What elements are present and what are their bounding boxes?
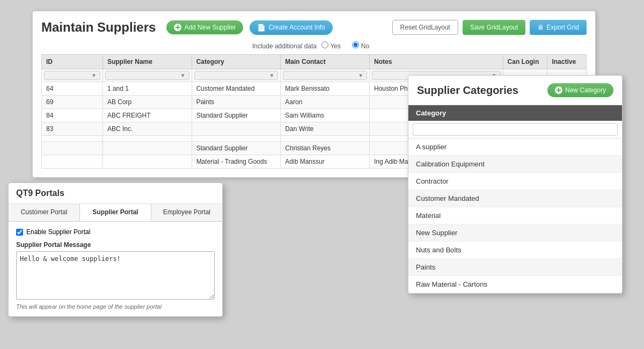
col-header-id: ID bbox=[42, 55, 103, 69]
cell-id: 84 bbox=[42, 109, 103, 122]
radio-yes[interactable] bbox=[321, 41, 328, 48]
portals-title: QT9 Portals bbox=[9, 183, 222, 204]
category-col-header: Category bbox=[408, 105, 622, 121]
cell-id: 83 bbox=[42, 122, 103, 136]
category-item[interactable]: Material bbox=[408, 207, 622, 224]
category-item[interactable]: Calibration Equipment bbox=[408, 156, 622, 173]
tab-employee-portal[interactable]: Employee Portal bbox=[151, 204, 222, 221]
portals-body: Enable Supplier Portal Supplier Portal M… bbox=[9, 222, 222, 316]
cell-category: Customer Mandated bbox=[192, 82, 281, 96]
cell-name bbox=[103, 136, 192, 142]
enable-supplier-label: Enable Supplier Portal bbox=[26, 228, 90, 236]
tab-customer-portal[interactable]: Customer Portal bbox=[9, 204, 80, 221]
cell-category: Standard Supplier bbox=[192, 109, 281, 122]
cell-contact: Aaron bbox=[281, 96, 370, 109]
grid-buttons: Reset GridLayout Save GridLayout 🖥 Expor… bbox=[392, 20, 587, 35]
filter-name[interactable]: ▼ bbox=[105, 71, 189, 80]
cell-id: 69 bbox=[42, 96, 103, 109]
page-title: Maintain Suppliers bbox=[41, 20, 156, 35]
category-search-row bbox=[408, 121, 622, 139]
cell-name: ABC FREIGHT bbox=[103, 109, 192, 122]
col-header-notes: Notes bbox=[370, 55, 503, 69]
export-grid-button[interactable]: 🖥 Export Grid bbox=[530, 20, 587, 35]
categories-list: A supplierCalibration EquipmentContracto… bbox=[408, 139, 622, 293]
cell-category bbox=[192, 136, 281, 142]
cell-contact bbox=[281, 136, 370, 142]
reset-gridlayout-button[interactable]: Reset GridLayout bbox=[392, 20, 458, 35]
portal-message-textarea[interactable]: Hello & welcome suppliers! bbox=[16, 251, 215, 300]
filter-category[interactable]: ▼ bbox=[194, 71, 279, 80]
create-account-info-button[interactable]: 📄 Create Account Info bbox=[250, 20, 332, 35]
new-cat-plus-icon: + bbox=[555, 86, 562, 94]
col-header-category: Category bbox=[192, 55, 281, 69]
col-header-name: Supplier Name bbox=[103, 55, 192, 69]
qt9-portals-panel: QT9 Portals Customer Portal Supplier Por… bbox=[8, 183, 223, 317]
cell-id bbox=[42, 142, 103, 155]
category-item[interactable]: Customer Mandated bbox=[408, 190, 622, 207]
cell-contact: Dan Write bbox=[281, 122, 370, 136]
msg-label: Supplier Portal Message bbox=[16, 241, 215, 249]
cell-category bbox=[192, 122, 281, 136]
save-gridlayout-button[interactable]: Save GridLayout bbox=[463, 20, 525, 35]
cell-id bbox=[42, 155, 103, 169]
col-header-canlogin: Can Login bbox=[503, 55, 547, 69]
radio-yes-label[interactable]: Yes bbox=[321, 42, 342, 50]
category-item[interactable]: Contractor bbox=[408, 173, 622, 190]
cell-name: ABC Inc. bbox=[103, 122, 192, 136]
filter-icon-name: ▼ bbox=[180, 72, 186, 78]
filter-icon-id: ▼ bbox=[91, 72, 97, 78]
new-category-button[interactable]: + New Category bbox=[547, 83, 613, 97]
supplier-categories-panel: Supplier Categories + New Category Categ… bbox=[408, 75, 623, 294]
enable-supplier-row: Enable Supplier Portal bbox=[16, 228, 215, 236]
cell-contact: Sam Williams bbox=[281, 109, 370, 122]
filter-id[interactable]: ▼ bbox=[44, 71, 100, 80]
radio-no[interactable] bbox=[352, 41, 359, 48]
cell-contact: Christian Reyes bbox=[281, 142, 370, 155]
cell-contact: Mark Benissato bbox=[281, 82, 370, 96]
filter-icon-category: ▼ bbox=[269, 72, 274, 78]
portals-tabs: Customer Portal Supplier Portal Employee… bbox=[9, 204, 222, 222]
cell-contact: Adib Manssur bbox=[281, 155, 370, 169]
include-additional-row: Include additional data Yes No bbox=[41, 41, 587, 50]
category-item[interactable]: Raw Material - Cartons bbox=[408, 276, 622, 293]
cell-id: 64 bbox=[42, 82, 103, 96]
category-search-input[interactable] bbox=[413, 123, 618, 136]
category-item[interactable]: Paints bbox=[408, 259, 622, 276]
cell-name: 1 and 1 bbox=[103, 82, 192, 96]
col-header-contact: Main Contact bbox=[281, 55, 370, 69]
enable-supplier-checkbox[interactable] bbox=[16, 229, 23, 236]
filter-icon-contact: ▼ bbox=[358, 72, 363, 78]
category-item[interactable]: A supplier bbox=[408, 139, 622, 156]
category-item[interactable]: Nuts and Bolts bbox=[408, 242, 622, 259]
categories-title: Supplier Categories bbox=[417, 84, 518, 97]
filter-contact[interactable]: ▼ bbox=[283, 71, 367, 80]
doc-icon: 📄 bbox=[257, 24, 266, 32]
main-header: Maintain Suppliers + Add New Supplier 📄 … bbox=[41, 20, 587, 35]
tab-supplier-portal[interactable]: Supplier Portal bbox=[80, 204, 151, 221]
radio-no-label[interactable]: No bbox=[352, 42, 369, 50]
cell-category: Standard Supplier bbox=[192, 142, 281, 155]
categories-header: Supplier Categories + New Category bbox=[408, 76, 622, 105]
plus-icon: + bbox=[174, 24, 181, 31]
cell-name bbox=[103, 142, 192, 155]
add-new-supplier-button[interactable]: + Add New Supplier bbox=[166, 20, 243, 34]
cell-id bbox=[42, 136, 103, 142]
cell-name bbox=[103, 155, 192, 169]
cell-name: AB Corp bbox=[103, 96, 192, 109]
col-header-inactive: Inactive bbox=[547, 55, 587, 69]
portal-hint: This will appear on the home page of the… bbox=[16, 303, 215, 310]
cell-category: Material - Trading Goods bbox=[192, 155, 281, 169]
export-icon: 🖥 bbox=[537, 24, 544, 31]
table-header-row: ID Supplier Name Category Main Contact N… bbox=[42, 55, 587, 69]
cell-category: Paints bbox=[192, 96, 281, 109]
category-item[interactable]: New Supplier bbox=[408, 224, 622, 242]
